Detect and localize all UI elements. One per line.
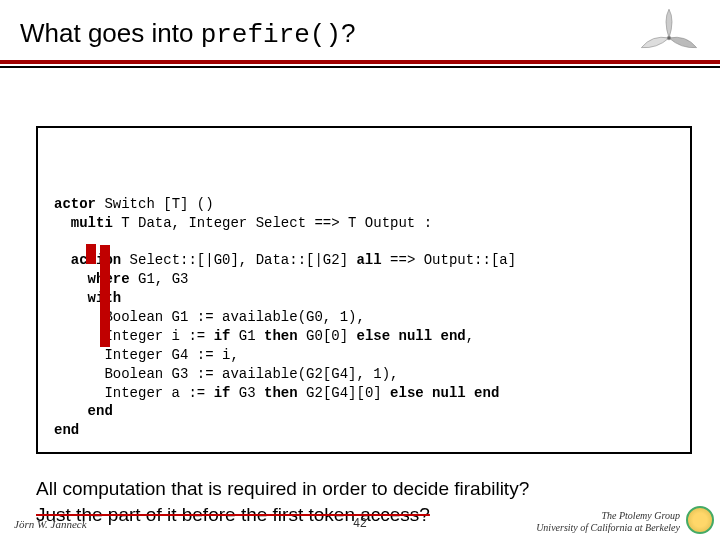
code-l7g: ,	[466, 328, 474, 344]
title-prefix: What goes into	[20, 18, 201, 48]
code-l4b: G1, G3	[130, 271, 189, 287]
kw-then1: then	[264, 328, 298, 344]
slide-header: What goes into prefire()?	[0, 0, 720, 56]
caption-line1: All computation that is required in orde…	[36, 476, 690, 502]
code-l3d: ==> Output::[a]	[382, 252, 516, 268]
highlight-bar	[100, 245, 110, 347]
code-l1b: Switch [T] ()	[96, 196, 214, 212]
footer-group: The Ptolemy Group	[536, 510, 680, 522]
code-l7a: Integer i :=	[54, 328, 214, 344]
kw-multi: multi	[54, 215, 113, 231]
kw-with: with	[54, 290, 121, 306]
code-l10a: Integer a :=	[54, 385, 214, 401]
title-code: prefire()	[201, 20, 341, 50]
highlight-bar-small	[86, 244, 96, 264]
code-l8: Integer G4 := i,	[54, 347, 239, 363]
kw-all: all	[356, 252, 381, 268]
code-l10c: G3	[230, 385, 264, 401]
propeller-logo	[634, 8, 704, 68]
code-block: actor Switch [T] () multi T Data, Intege…	[36, 126, 692, 454]
footer-university: University of California at Berkeley	[536, 522, 680, 534]
kw-else2: else null end	[390, 385, 499, 401]
kw-where: where	[54, 271, 130, 287]
uc-seal-icon	[686, 506, 714, 534]
title-suffix: ?	[341, 18, 355, 48]
code-l9: Boolean G3 := available(G2[G4], 1),	[54, 366, 398, 382]
code-l3b: Select::[|G0], Data::[|G2]	[121, 252, 356, 268]
kw-end1: end	[54, 403, 113, 419]
footer-page-number: 42	[353, 516, 366, 530]
kw-else1: else null end	[356, 328, 465, 344]
code-l2b: T Data, Integer Select ==> T Output :	[113, 215, 432, 231]
slide-title: What goes into prefire()?	[20, 18, 700, 50]
kw-end2: end	[54, 422, 79, 438]
code-l7e: G0[0]	[298, 328, 357, 344]
kw-if2: if	[214, 385, 231, 401]
kw-if1: if	[214, 328, 231, 344]
kw-actor: actor	[54, 196, 96, 212]
svg-point-0	[667, 36, 671, 40]
kw-then2: then	[264, 385, 298, 401]
divider-black	[0, 66, 720, 68]
code-l10e: G2[G4][0]	[298, 385, 390, 401]
footer-affiliation: The Ptolemy Group University of Californ…	[536, 510, 680, 534]
code-l7c: G1	[230, 328, 264, 344]
footer-author: Jörn W. Janneck	[14, 518, 87, 530]
divider-red	[0, 60, 720, 64]
